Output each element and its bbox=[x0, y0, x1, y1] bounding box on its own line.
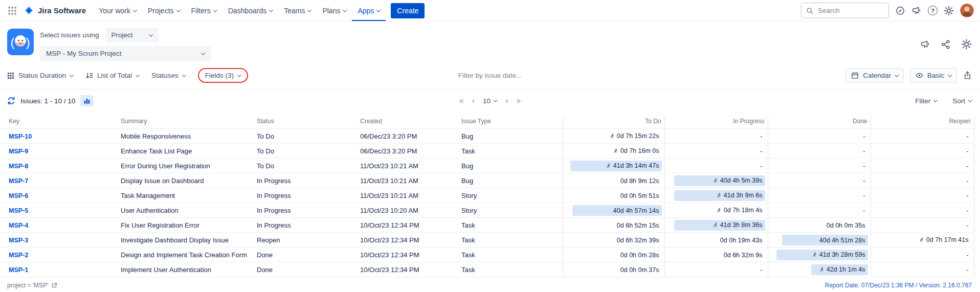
fields-dropdown[interactable]: Fields (3) bbox=[205, 72, 241, 79]
running-status-icon bbox=[712, 178, 718, 184]
statuses-dropdown[interactable]: Statuses bbox=[151, 72, 186, 79]
cell-duration-done: - bbox=[768, 144, 871, 159]
report-type-dropdown[interactable]: Status Duration bbox=[7, 72, 73, 79]
table-row[interactable]: MSP-4Fix User Registration ErrorIn Progr… bbox=[0, 218, 974, 233]
cell-duration-todo: 40d 4h 57m 14s bbox=[563, 203, 664, 218]
view-mode-dropdown[interactable]: Basic bbox=[910, 68, 957, 83]
cell-duration-todo: 0d 6h 52m 15s bbox=[563, 218, 664, 233]
discover-icon[interactable] bbox=[895, 6, 905, 16]
calendar-dropdown[interactable]: Calendar bbox=[845, 68, 904, 83]
issue-key-link[interactable]: MSP-4 bbox=[9, 222, 28, 229]
table-row[interactable]: MSP-10Mobile ResponsivenessTo Do06/Dec/2… bbox=[0, 129, 974, 144]
running-status-icon bbox=[609, 133, 615, 139]
nav-item-teams[interactable]: Teams bbox=[278, 0, 317, 21]
cell-key: MSP-7 bbox=[0, 173, 117, 188]
issue-key-link[interactable]: MSP-8 bbox=[9, 163, 28, 170]
refresh-icon[interactable] bbox=[7, 97, 15, 105]
cell-key: MSP-1 bbox=[0, 262, 117, 277]
issue-key-link[interactable]: MSP-9 bbox=[9, 148, 28, 155]
report-settings-icon[interactable] bbox=[961, 39, 972, 50]
page-size-select[interactable]: 10 bbox=[483, 97, 497, 105]
sort-dropdown[interactable]: Sort bbox=[952, 97, 972, 105]
cell-duration-todo: 0d 8h 9m 12s bbox=[563, 173, 664, 188]
column-header-todo: To Do bbox=[563, 116, 664, 129]
nav-item-projects[interactable]: Projects bbox=[142, 0, 186, 21]
issue-key-link[interactable]: MSP-1 bbox=[9, 266, 28, 274]
table-row[interactable]: MSP-6Task ManagementIn Progress11/Oct/23… bbox=[0, 188, 974, 203]
create-button[interactable]: Create bbox=[391, 3, 425, 18]
issue-key-link[interactable]: MSP-5 bbox=[9, 207, 28, 214]
filter-dropdown[interactable]: Filter bbox=[915, 97, 937, 105]
cell-duration-done: - bbox=[768, 159, 871, 173]
cell-duration-in-progress: 40d 4h 5m 39s bbox=[664, 173, 768, 188]
aggregation-dropdown[interactable]: List of Total bbox=[85, 72, 139, 79]
table-row[interactable]: MSP-8Error During User RegistrationTo Do… bbox=[0, 159, 974, 173]
table-row[interactable]: MSP-5User AuthenticationIn Progress11/Oc… bbox=[0, 203, 974, 218]
duration-value: 0d 7h 16m 0s bbox=[620, 146, 659, 156]
table-row[interactable]: MSP-2Design and Implement Task Creation … bbox=[0, 248, 974, 262]
table-row[interactable]: MSP-1Implement User AuthenticationDone10… bbox=[0, 262, 974, 277]
duration-value: - bbox=[863, 161, 865, 172]
feedback-icon[interactable] bbox=[920, 39, 930, 50]
cell-key: MSP-4 bbox=[0, 218, 117, 233]
global-search[interactable] bbox=[801, 3, 889, 18]
issue-key-link[interactable]: MSP-3 bbox=[9, 237, 28, 244]
project-dropdown[interactable]: MSP - My Scrum Project bbox=[40, 46, 211, 61]
nav-item-plans[interactable]: Plans bbox=[317, 0, 352, 21]
nav-item-filters[interactable]: Filters bbox=[186, 0, 222, 21]
column-header-key: Key bbox=[0, 116, 117, 129]
settings-icon[interactable] bbox=[944, 6, 954, 16]
issue-source-dropdown[interactable]: Project bbox=[105, 28, 159, 42]
export-icon[interactable] bbox=[963, 71, 972, 80]
cell-duration-done: 0d 0h 0m 35s bbox=[768, 218, 871, 233]
chart-view-icon[interactable] bbox=[80, 95, 94, 106]
column-header-status: Status bbox=[253, 116, 356, 129]
duration-value: - bbox=[966, 146, 968, 157]
cell-duration-todo: 0d 7h 16m 0s bbox=[563, 144, 664, 159]
table-row[interactable]: MSP-7Display Issue on DashboardIn Progre… bbox=[0, 173, 974, 188]
issue-date-filter[interactable]: Filter by issue date... bbox=[458, 72, 522, 79]
running-status-icon bbox=[812, 252, 817, 258]
user-avatar[interactable] bbox=[960, 4, 974, 17]
last-page-icon[interactable]: » bbox=[516, 97, 521, 105]
cell-summary: Error During User Registration bbox=[117, 159, 253, 173]
table-row[interactable]: MSP-9Enhance Task List PageTo Do06/Dec/2… bbox=[0, 144, 974, 159]
cell-created: 11/Oct/23 10:21 AM bbox=[356, 173, 457, 188]
search-input[interactable] bbox=[817, 6, 884, 15]
share-icon[interactable] bbox=[941, 39, 951, 50]
nav-item-your-work[interactable]: Your work bbox=[93, 0, 142, 21]
nav-item-dashboards[interactable]: Dashboards bbox=[222, 0, 279, 21]
cell-duration-todo: 41d 3h 14m 47s bbox=[563, 159, 664, 173]
search-icon bbox=[806, 7, 813, 14]
duration-value: - bbox=[966, 265, 968, 276]
app-switcher-icon[interactable] bbox=[4, 0, 20, 21]
issue-key-link[interactable]: MSP-6 bbox=[9, 192, 28, 199]
cell-status: To Do bbox=[253, 129, 356, 144]
duration-value: 0d 6h 32m 9s bbox=[724, 250, 763, 261]
issue-key-link[interactable]: MSP-7 bbox=[9, 177, 28, 185]
cell-key: MSP-5 bbox=[0, 203, 117, 218]
issue-key-link[interactable]: MSP-10 bbox=[9, 133, 32, 140]
table-row[interactable]: MSP-3Investigate Dashboard Display Issue… bbox=[0, 233, 974, 248]
help-icon[interactable]: ? bbox=[928, 6, 938, 15]
cell-duration-reopen: - bbox=[871, 218, 974, 233]
cell-status: In Progress bbox=[253, 188, 356, 203]
announcements-icon[interactable] bbox=[911, 6, 922, 16]
duration-value: - bbox=[966, 206, 968, 216]
calendar-icon bbox=[851, 72, 859, 79]
next-page-icon[interactable]: › bbox=[505, 97, 508, 105]
cell-created: 10/Oct/23 12:34 PM bbox=[356, 233, 457, 248]
cell-duration-reopen: - bbox=[871, 248, 974, 262]
external-link-icon[interactable] bbox=[51, 282, 57, 288]
issue-key-link[interactable]: MSP-2 bbox=[9, 252, 28, 259]
jira-home-link[interactable]: Jira Software bbox=[20, 0, 93, 21]
report-footer: project = 'MSP' Report Date: 07/Dec/23 1… bbox=[0, 277, 980, 289]
nav-item-apps[interactable]: Apps bbox=[352, 0, 386, 21]
cell-duration-done: 41d 3h 28m 59s bbox=[768, 248, 871, 262]
cell-duration-todo: 0d 0h 0m 28s bbox=[563, 248, 664, 262]
prev-page-icon[interactable]: ‹ bbox=[472, 97, 475, 105]
running-status-icon bbox=[919, 237, 924, 243]
primary-nav: Your work Projects Filters Dashboards Te… bbox=[93, 0, 386, 21]
first-page-icon[interactable]: « bbox=[459, 97, 464, 105]
duration-value: - bbox=[760, 265, 762, 276]
